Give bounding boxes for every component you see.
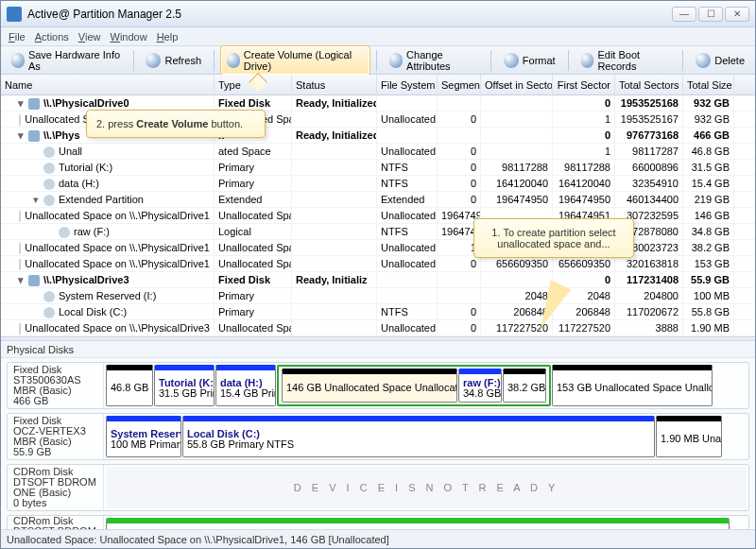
partition-segment[interactable]: raw (F:)34.8 GB <box>458 369 502 403</box>
separator <box>682 50 683 71</box>
close-button[interactable]: ✕ <box>725 7 749 22</box>
partition-segment[interactable]: data (H:)15.4 GB Primar <box>215 365 276 406</box>
col-segment[interactable]: Segment <box>438 75 481 95</box>
disk-icon <box>28 275 40 286</box>
partition-segment[interactable]: 146 GB Unallocated Space Unallocatedraw … <box>277 365 551 406</box>
partition-segment[interactable]: System Reserve100 MB Primary N <box>106 416 181 457</box>
menu-actions[interactable]: Actions <box>35 31 69 43</box>
attributes-icon <box>389 53 403 68</box>
partition-segment[interactable]: 1.90 MB Unalloc <box>656 416 722 457</box>
col-offset[interactable]: Offset in Sectors <box>481 75 553 95</box>
row-name: Unall <box>59 144 82 160</box>
partition-icon <box>19 323 21 335</box>
disk-block: Fixed DiskST3500630ASMBR (Basic)466 GB46… <box>7 362 749 409</box>
tree-toggle[interactable]: ▾ <box>16 276 25 284</box>
create-volume-button[interactable]: Create Volume (Logical Drive) <box>220 45 370 76</box>
disk-meta: CDRom DiskDTSOFT BDROM <box>8 516 104 529</box>
row-name: data (H:) <box>59 176 99 192</box>
tree-toggle[interactable]: ▾ <box>16 99 25 108</box>
format-button[interactable]: Format <box>497 49 562 72</box>
row-name: Extended Partition <box>59 192 144 208</box>
tree-toggle[interactable]: ▾ <box>31 196 40 204</box>
menubar: File Actions View Window Help <box>1 27 755 46</box>
partition-icon <box>19 243 21 254</box>
row-name: Unallocated Space on \\.\PhysicalDrive1 <box>25 208 210 224</box>
col-first-sector[interactable]: First Sector <box>553 75 615 95</box>
app-window: Active@ Partition Manager 2.5 — ☐ ✕ File… <box>0 0 756 549</box>
table-row[interactable]: Unallocated Space on \\.\PhysicalDrive1U… <box>1 256 755 272</box>
edit-boot-records-button[interactable]: Edit Boot Records <box>575 45 678 76</box>
separator <box>568 50 569 71</box>
col-filesystem[interactable]: File System <box>377 75 438 95</box>
row-name: \\.\Phys <box>43 128 80 144</box>
row-name: \\.\PhysicalDrive3 <box>43 272 129 288</box>
tree-toggle[interactable]: ▾ <box>16 131 25 140</box>
row-name: Tutorial (K:) <box>59 160 112 176</box>
table-row[interactable]: ▾\\.\PhysicalDrive3Fixed DiskReady, Init… <box>1 272 755 288</box>
partition-segment[interactable]: 153 GB Unallocated Space Unalloca <box>552 365 713 406</box>
partition-icon <box>43 307 55 318</box>
col-total-size[interactable]: Total Size <box>683 75 734 95</box>
disk-block: CDRom DiskDTSOFT BDROM <box>7 515 749 529</box>
table-row[interactable]: Local Disk (C:)PrimaryNTFS02068482068481… <box>1 304 755 320</box>
partition-icon <box>19 114 21 126</box>
maximize-button[interactable]: ☐ <box>698 7 723 22</box>
titlebar[interactable]: Active@ Partition Manager 2.5 — ☐ ✕ <box>1 1 755 27</box>
table-row[interactable]: data (H:)PrimaryNTFS01641200401641200403… <box>1 176 755 192</box>
partition-icon <box>43 163 55 174</box>
delete-icon <box>696 53 711 68</box>
row-name: Unallocated Space on \\.\PhysicalDrive3 <box>25 320 210 336</box>
menu-window[interactable]: Window <box>111 31 147 43</box>
minimize-button[interactable]: — <box>672 7 696 22</box>
table-row[interactable]: Unallocated Space on \\.\PhysicalDrive3U… <box>1 320 755 336</box>
table-row[interactable]: Unallocated Space on \\.\PhysicalDrive1U… <box>1 208 755 224</box>
row-name: raw (F:) <box>74 224 110 240</box>
disk-block: Fixed DiskOCZ-VERTEX3MBR (Basic)55.9 GBS… <box>7 413 749 460</box>
disk-block: CDRom DiskDTSOFT BDROMONE (Basic)0 bytes… <box>7 464 749 511</box>
menu-help[interactable]: Help <box>157 31 179 43</box>
grid-header: Name Type Status File System Segment Off… <box>1 75 755 95</box>
col-status[interactable]: Status <box>292 75 377 95</box>
table-row[interactable]: Unallated SpaceUnallocated019811728746.8… <box>1 144 755 160</box>
physical-disks-panel: Fixed DiskST3500630ASMBR (Basic)466 GB46… <box>1 358 755 529</box>
partition-segment[interactable]: Local Disk (C:)55.8 GB Primary NTFS <box>182 416 655 457</box>
save-hardware-info-button[interactable]: Save Hardware Info As <box>5 45 128 76</box>
disk-icon <box>11 53 25 68</box>
separator <box>376 50 377 71</box>
menu-view[interactable]: View <box>78 31 101 43</box>
menu-file[interactable]: File <box>9 31 26 43</box>
segment-row: System Reserve100 MB Primary NLocal Disk… <box>104 414 748 459</box>
partition-icon <box>59 227 70 238</box>
create-volume-icon <box>227 53 240 68</box>
partition-segment[interactable]: 38.2 GB <box>503 369 546 403</box>
disk-meta: Fixed DiskST3500630ASMBR (Basic)466 GB <box>8 363 104 408</box>
toolbar: Save Hardware Info As Refresh Create Vol… <box>1 46 755 75</box>
refresh-icon <box>146 53 161 68</box>
row-name: System Reserved (I:) <box>59 288 156 304</box>
segment-row: 46.8 GB UnallocTutorial (K:)31.5 GB Prim… <box>104 363 748 408</box>
delete-button[interactable]: Delete <box>689 49 751 72</box>
partition-segment[interactable]: Tutorial (K:)31.5 GB Primar <box>154 365 215 406</box>
partition-segment[interactable] <box>106 518 730 529</box>
partition-icon <box>43 179 55 190</box>
disk-meta: Fixed DiskOCZ-VERTEX3MBR (Basic)55.9 GB <box>8 414 104 459</box>
segment-row <box>104 516 748 529</box>
table-row[interactable]: ▾Extended PartitionExtendedExtended01964… <box>1 192 755 208</box>
separator <box>133 50 134 71</box>
col-name[interactable]: Name <box>1 75 215 95</box>
col-total-sectors[interactable]: Total Sectors <box>615 75 683 95</box>
format-icon <box>504 53 519 68</box>
callout-step-2: 2. press Create Volume button. <box>86 110 266 138</box>
table-row[interactable]: Tutorial (K:)PrimaryNTFS0981172889811728… <box>1 160 755 176</box>
table-row[interactable]: Unallocated Space on \\.\PhysicalDrive1U… <box>1 240 755 256</box>
table-row[interactable]: raw (F:)LogicalNTFS196474950307232596503… <box>1 224 755 240</box>
table-row[interactable]: System Reserved (I:)Primary2048204820480… <box>1 288 755 304</box>
row-name: Local Disk (C:) <box>59 304 127 320</box>
refresh-button[interactable]: Refresh <box>139 49 208 72</box>
partition-icon <box>19 211 21 222</box>
partition-segment[interactable]: 46.8 GB Unalloc <box>106 365 153 406</box>
partition-segment[interactable]: 146 GB Unallocated Space Unallocated <box>282 369 457 403</box>
change-attributes-button[interactable]: Change Attributes <box>383 45 485 76</box>
disk-meta: CDRom DiskDTSOFT BDROMONE (Basic)0 bytes <box>8 465 104 510</box>
partition-icon <box>43 195 55 206</box>
